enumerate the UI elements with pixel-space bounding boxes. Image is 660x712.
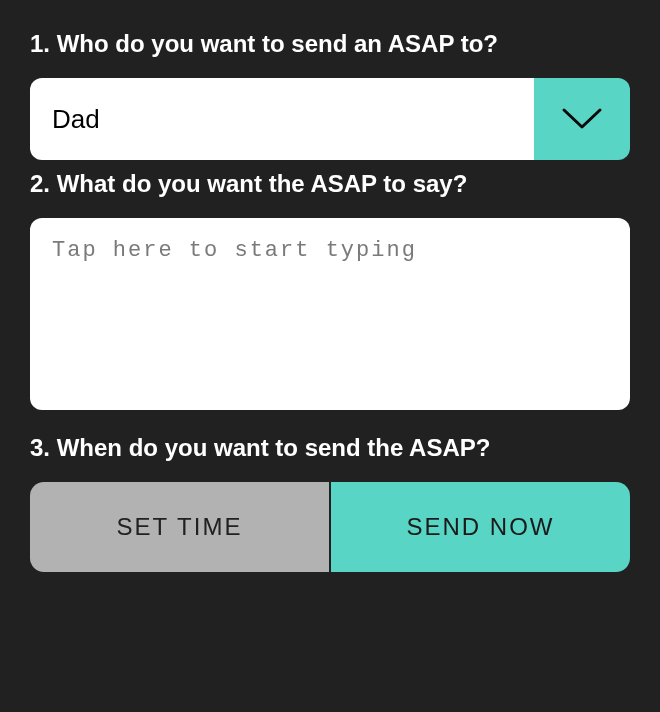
chevron-down-icon [534, 78, 630, 160]
question-2-label: 2. What do you want the ASAP to say? [30, 170, 630, 198]
recipient-select[interactable]: Dad [30, 78, 630, 160]
send-timing-buttons: SET TIME SEND NOW [30, 482, 630, 572]
message-input[interactable] [30, 218, 630, 410]
recipient-select-value: Dad [30, 78, 534, 160]
question-3-label: 3. When do you want to send the ASAP? [30, 434, 630, 462]
question-1-label: 1. Who do you want to send an ASAP to? [30, 30, 630, 58]
set-time-button[interactable]: SET TIME [30, 482, 331, 572]
send-now-button[interactable]: SEND NOW [331, 482, 630, 572]
